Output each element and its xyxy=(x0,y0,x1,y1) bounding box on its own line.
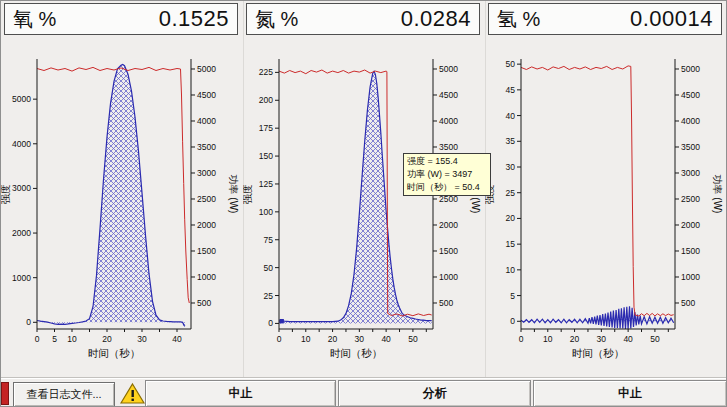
analyze-button[interactable]: 分析 xyxy=(338,380,531,407)
svg-text:10: 10 xyxy=(543,334,553,344)
svg-text:25: 25 xyxy=(506,188,516,198)
svg-text:4000: 4000 xyxy=(12,139,31,149)
svg-text:2000: 2000 xyxy=(681,220,700,230)
svg-text:35: 35 xyxy=(506,136,516,146)
svg-text:2000: 2000 xyxy=(12,228,31,238)
svg-text:500: 500 xyxy=(197,298,211,308)
svg-text:4500: 4500 xyxy=(197,90,216,100)
hydrogen-value: 0.00014 xyxy=(630,6,713,32)
abort-hydrogen-label: 中止 xyxy=(618,385,642,402)
svg-text:0: 0 xyxy=(26,317,31,327)
tooltip-intensity: 强度 = 155.4 xyxy=(407,155,487,168)
svg-text:40: 40 xyxy=(381,334,391,344)
panel-hydrogen: 氢 % 0.00014 0102030405005101520253035404… xyxy=(485,1,727,377)
svg-text:10: 10 xyxy=(301,334,311,344)
svg-text:225: 225 xyxy=(259,67,273,77)
svg-text:3000: 3000 xyxy=(12,183,31,193)
panel-oxygen: 氧 % 0.1525 05102030400100020003000400050… xyxy=(1,1,244,377)
svg-text:3000: 3000 xyxy=(681,168,700,178)
svg-text:2500: 2500 xyxy=(681,194,700,204)
cursor-tooltip: 强度 = 155.4 功率 (W) = 3497 时间（秒） = 50.4 xyxy=(403,153,491,196)
oxygen-chart[interactable]: 0510203040010002000300040005000500100015… xyxy=(1,46,243,376)
hydrogen-result-display: 氢 % 0.00014 xyxy=(488,3,722,35)
nitrogen-label: 氮 % xyxy=(255,6,298,33)
tooltip-power: 功率 (W) = 3497 xyxy=(407,168,487,181)
svg-text:30: 30 xyxy=(597,334,607,344)
hydrogen-chart[interactable]: 0102030405005101520253035404550500100015… xyxy=(485,46,727,376)
svg-text:5000: 5000 xyxy=(197,64,216,74)
svg-text:0: 0 xyxy=(519,334,524,344)
svg-text:0: 0 xyxy=(268,318,273,328)
svg-text:5: 5 xyxy=(52,334,57,344)
svg-text:50: 50 xyxy=(408,334,418,344)
abort-button-hydrogen[interactable]: 中止 xyxy=(533,380,727,407)
svg-text:175: 175 xyxy=(259,123,273,133)
svg-text:30: 30 xyxy=(355,334,365,344)
svg-text:200: 200 xyxy=(259,95,273,105)
svg-text:5000: 5000 xyxy=(439,64,458,74)
abort-button-oxygen[interactable]: 中止 xyxy=(145,380,336,407)
nitrogen-chart[interactable]: 0102030405002550751001251501752002255001… xyxy=(243,46,485,376)
hydrogen-label: 氢 % xyxy=(497,6,540,33)
bottom-bar: 查看日志文件... 中止 分析 中止 xyxy=(1,377,727,407)
svg-text:2500: 2500 xyxy=(197,194,216,204)
svg-text:1500: 1500 xyxy=(197,246,216,256)
svg-text:3500: 3500 xyxy=(681,142,700,152)
svg-text:时间（秒）: 时间（秒） xyxy=(330,347,383,359)
svg-text:时间（秒）: 时间（秒） xyxy=(572,347,625,359)
view-log-file-label: 查看日志文件... xyxy=(26,387,101,402)
svg-text:10: 10 xyxy=(67,334,77,344)
svg-text:1500: 1500 xyxy=(681,246,700,256)
svg-text:75: 75 xyxy=(264,235,274,245)
svg-text:4500: 4500 xyxy=(439,90,458,100)
svg-text:40: 40 xyxy=(506,111,516,121)
svg-text:125: 125 xyxy=(259,179,273,189)
svg-text:40: 40 xyxy=(623,334,633,344)
tooltip-time: 时间（秒） = 50.4 xyxy=(407,181,487,194)
svg-text:2000: 2000 xyxy=(197,220,216,230)
svg-text:20: 20 xyxy=(102,334,112,344)
svg-text:功率 (W): 功率 (W) xyxy=(712,175,723,214)
svg-text:500: 500 xyxy=(439,298,453,308)
svg-text:0: 0 xyxy=(277,334,282,344)
svg-text:1000: 1000 xyxy=(197,272,216,282)
svg-text:40: 40 xyxy=(172,334,182,344)
svg-text:4000: 4000 xyxy=(197,116,216,126)
svg-text:4500: 4500 xyxy=(681,90,700,100)
svg-text:20: 20 xyxy=(328,334,338,344)
svg-text:1000: 1000 xyxy=(12,273,31,283)
svg-text:2000: 2000 xyxy=(439,220,458,230)
svg-text:3000: 3000 xyxy=(197,168,216,178)
svg-text:500: 500 xyxy=(681,298,695,308)
svg-text:1000: 1000 xyxy=(439,272,458,282)
analyzer-window: 氧 % 0.1525 05102030400100020003000400050… xyxy=(0,0,727,407)
svg-text:50: 50 xyxy=(650,334,660,344)
svg-text:3500: 3500 xyxy=(197,142,216,152)
svg-text:5000: 5000 xyxy=(12,94,31,104)
svg-text:25: 25 xyxy=(264,291,274,301)
warning-icon xyxy=(120,382,145,405)
oxygen-result-display: 氧 % 0.1525 xyxy=(4,3,238,35)
svg-text:1000: 1000 xyxy=(681,272,700,282)
svg-text:5: 5 xyxy=(510,291,515,301)
svg-text:强度: 强度 xyxy=(243,184,253,204)
view-log-file-button[interactable]: 查看日志文件... xyxy=(13,382,115,407)
abort-oxygen-label: 中止 xyxy=(229,385,253,402)
svg-text:3500: 3500 xyxy=(439,142,458,152)
svg-text:0: 0 xyxy=(510,316,515,326)
svg-text:强度: 强度 xyxy=(1,184,11,204)
svg-text:150: 150 xyxy=(259,151,273,161)
nitrogen-value: 0.0284 xyxy=(401,6,471,32)
svg-text:30: 30 xyxy=(137,334,147,344)
svg-text:20: 20 xyxy=(570,334,580,344)
oxygen-label: 氧 % xyxy=(13,6,56,33)
svg-text:50: 50 xyxy=(506,59,516,69)
svg-text:4000: 4000 xyxy=(681,116,700,126)
svg-text:15: 15 xyxy=(506,239,516,249)
oxygen-value: 0.1525 xyxy=(159,6,229,32)
svg-text:时间（秒）: 时间（秒） xyxy=(88,347,141,359)
svg-text:1500: 1500 xyxy=(439,246,458,256)
svg-text:0: 0 xyxy=(35,334,40,344)
svg-text:5000: 5000 xyxy=(681,64,700,74)
status-indicator-red xyxy=(1,382,9,405)
